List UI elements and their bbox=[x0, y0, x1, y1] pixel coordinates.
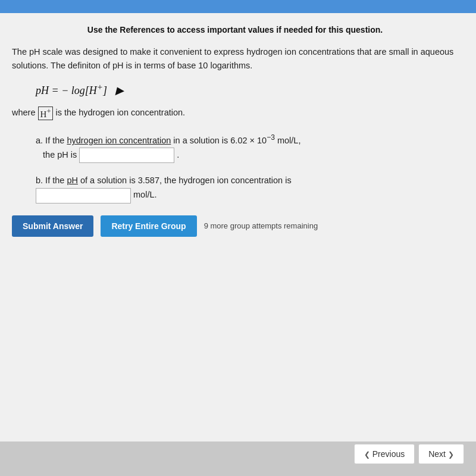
button-row: Submit Answer Retry Entire Group 9 more … bbox=[12, 215, 458, 237]
retry-entire-group-button[interactable]: Retry Entire Group bbox=[101, 215, 196, 237]
questions-section: a. If the hydrogen ion concentration in … bbox=[36, 132, 458, 203]
intro-text: The pH scale was designed to make it con… bbox=[12, 45, 458, 73]
chevron-left-icon bbox=[364, 449, 370, 459]
question-a: a. If the hydrogen ion concentration in … bbox=[36, 132, 458, 163]
question-a-text: a. If the hydrogen ion concentration in … bbox=[36, 136, 300, 159]
next-label: Next bbox=[428, 449, 446, 459]
top-bar bbox=[0, 0, 476, 13]
previous-button[interactable]: Previous bbox=[354, 444, 415, 464]
question-a-input[interactable] bbox=[79, 148, 174, 163]
question-b: b. If the pH of a solution is 3.587, the… bbox=[36, 174, 458, 203]
previous-label: Previous bbox=[372, 449, 405, 459]
submit-answer-button[interactable]: Submit Answer bbox=[12, 215, 93, 237]
next-button[interactable]: Next bbox=[418, 444, 464, 464]
attempts-text: 9 more group attempts remaining bbox=[204, 221, 318, 230]
bottom-nav: Previous Next bbox=[354, 444, 464, 464]
question-b-input[interactable] bbox=[36, 188, 131, 203]
hydrogen-bracket-symbol: H+ bbox=[38, 107, 54, 120]
formula-display: pH = − log[H+] bbox=[36, 84, 109, 96]
chevron-right-icon bbox=[448, 449, 454, 459]
question-b-text: b. If the pH of a solution is 3.587, the… bbox=[36, 176, 292, 199]
formula-block: pH = − log[H+] ▶ bbox=[36, 82, 458, 97]
main-content: Use the References to access important v… bbox=[0, 13, 476, 441]
reference-note: Use the References to access important v… bbox=[12, 25, 458, 35]
where-text: where H+ is the hydrogen ion concentrati… bbox=[12, 107, 458, 120]
